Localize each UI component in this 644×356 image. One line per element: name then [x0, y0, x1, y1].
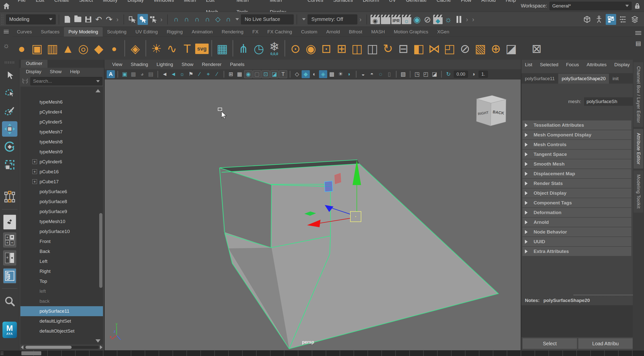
construction-plane-icon[interactable]: ⋔	[236, 39, 251, 58]
undo-button[interactable]: ↶	[94, 14, 104, 25]
poly-cube-icon[interactable]: ▣	[29, 39, 45, 58]
outliner-item[interactable]: typeMesh8	[20, 137, 103, 147]
shelf-tab[interactable]: Arnold	[322, 27, 344, 37]
delete-history-icon[interactable]: ◷	[251, 39, 266, 58]
camera-lock-icon[interactable]: ◄	[169, 70, 178, 78]
attribute-section-header[interactable]: Object Display	[522, 189, 631, 198]
scroll-right-icon[interactable]	[100, 345, 102, 349]
shaded-icon[interactable]: ◆	[302, 70, 310, 78]
attribute-section-header[interactable]: Tessellation Attributes	[522, 120, 631, 130]
layout-four-pane[interactable]: +++	[3, 233, 16, 247]
outliner-item[interactable]: Back	[20, 246, 103, 256]
notes-area[interactable]	[522, 305, 633, 337]
shelf-tab[interactable]: XGen	[433, 27, 454, 37]
outliner-item[interactable]: pCylinder5	[20, 117, 103, 127]
search-input[interactable]	[33, 78, 96, 84]
poly-plane-icon[interactable]: ◆	[91, 39, 106, 58]
outliner-item[interactable]: typeMesh7	[20, 127, 103, 137]
render-frame-button[interactable]	[380, 14, 391, 25]
attribute-editor-menu-item[interactable]: Focus	[566, 62, 583, 67]
viewport-menu-item[interactable]: Show	[178, 62, 197, 67]
chevron-down-icon[interactable]	[236, 18, 239, 21]
type-tool-icon[interactable]: T	[180, 39, 195, 58]
outliner-item[interactable]: typeMesh6	[20, 97, 103, 107]
render-view-button[interactable]: ◉	[370, 14, 380, 25]
shelf-tab[interactable]: Rendering	[217, 27, 248, 37]
gear-icon[interactable]: ☼	[3, 42, 10, 49]
film-gate-icon[interactable]: ▣	[120, 70, 129, 78]
outliner-item[interactable]: pCube16	[20, 167, 103, 177]
search-icon[interactable]	[2, 293, 18, 309]
outliner-item[interactable]: left	[20, 286, 103, 296]
plain-gate-icon[interactable]: ▯	[385, 70, 393, 78]
outliner-item[interactable]: defaultLightSet	[20, 316, 103, 326]
snapshot-2-icon[interactable]: ◰	[422, 70, 430, 78]
attribute-section-header[interactable]: Render Stats	[522, 179, 631, 188]
shelf-editor-icon[interactable]	[635, 30, 641, 35]
shelf-icon[interactable]	[124, 40, 125, 57]
mash-network-icon[interactable]: ▦	[214, 39, 230, 58]
workspace-select[interactable]: General*	[550, 2, 632, 10]
viewport-toolbar-icon[interactable]	[396, 71, 396, 78]
mesh-name-field[interactable]: polySurfaceSh	[584, 97, 633, 106]
outliner-item[interactable]: pCylinder4	[20, 107, 103, 117]
snap-to-view-plane-icon[interactable]: ◇	[212, 14, 223, 25]
scroll-left-icon[interactable]	[21, 345, 23, 349]
attribute-editor-menu-item[interactable]: List	[525, 62, 536, 67]
viewport-toolbar-icon[interactable]	[224, 71, 224, 78]
mirror-cut-icon[interactable]: ◫	[365, 39, 380, 58]
filter-icon[interactable]	[22, 78, 28, 84]
poly-torus-icon[interactable]: ◎	[76, 39, 91, 58]
quad-draw-icon[interactable]: ▧	[473, 39, 488, 58]
outliner-menu-item[interactable]: Display	[22, 69, 45, 74]
scale-tool[interactable]	[2, 157, 18, 172]
humanik-toggle[interactable]	[594, 14, 604, 25]
crease-icon[interactable]: ◪	[504, 39, 519, 58]
attribute-section-header[interactable]: Node Behavior	[522, 227, 631, 237]
viewport-menu-item[interactable]: Panels	[226, 62, 248, 67]
poly-cylinder-icon[interactable]: ▥	[45, 39, 60, 58]
modeling-toolkit-toggle[interactable]	[582, 14, 592, 25]
shelf-tab[interactable]: FX	[248, 27, 263, 37]
shelf-tab[interactable]: Motion Graphics	[390, 27, 433, 37]
outliner-tab[interactable]: Outliner	[21, 60, 48, 68]
sidebar-vertical-tab[interactable]: Modeling Toolkit	[634, 170, 643, 213]
mirror-icon[interactable]: ◫	[349, 39, 365, 58]
outliner-menu-item[interactable]: Help	[67, 69, 83, 74]
outliner-item[interactable]: polySurface9	[20, 207, 103, 217]
move-tool[interactable]	[2, 121, 18, 137]
universal-manipulator-tool[interactable]	[2, 189, 18, 204]
layout-outliner-persp[interactable]	[3, 268, 16, 283]
attribute-section-header[interactable]: Smooth Mesh	[522, 159, 631, 168]
shelf-tab[interactable]: Rigging	[162, 27, 187, 37]
multi-cut-icon[interactable]: ⊘	[457, 39, 473, 58]
render-settings-button[interactable]: ☼	[401, 14, 412, 25]
attribute-editor-menu-item[interactable]: Attributes	[586, 62, 611, 67]
shelf-tab[interactable]: Curves	[12, 27, 36, 37]
drag-handle[interactable]	[5, 61, 15, 64]
view-cube[interactable]: RIGHT BACK	[476, 95, 506, 126]
display-layers-toggle[interactable]: ◉	[412, 14, 422, 25]
wireframe-icon[interactable]: ◇	[293, 70, 301, 78]
scroll-down-icon[interactable]	[96, 339, 100, 342]
shadows-icon[interactable]: ◗	[345, 70, 353, 78]
attribute-section-header[interactable]: Displacement Map	[522, 169, 631, 178]
live-surface-field[interactable]: No Live Surface	[241, 15, 294, 24]
zoom-region-icon[interactable]: ⌖	[204, 70, 212, 78]
poly-sphere-icon[interactable]: ●	[14, 39, 29, 58]
textured-icon[interactable]: ◐	[310, 70, 318, 78]
scroll-up-icon[interactable]	[96, 89, 100, 92]
attribute-editor-menu-item[interactable]: Selected	[540, 62, 563, 67]
separate-icon[interactable]: ◉	[303, 39, 318, 58]
attribute-section-header[interactable]: Extra Attributes	[522, 247, 631, 256]
collapse-arrow-icon[interactable]: ›	[472, 16, 474, 23]
select-tool[interactable]	[2, 67, 18, 83]
ipr-render-button[interactable]: IPR	[391, 14, 401, 25]
rotate-tool[interactable]	[2, 139, 18, 155]
attribute-section-header[interactable]: Tangent Space	[522, 150, 631, 159]
expand-icon[interactable]	[32, 179, 37, 184]
horizontal-scrollbar[interactable]	[24, 346, 99, 349]
isolate-select-icon[interactable]: ▧	[399, 70, 407, 78]
target-weld-icon[interactable]: ⊕	[488, 39, 504, 58]
chevron-down-icon[interactable]	[302, 18, 306, 21]
